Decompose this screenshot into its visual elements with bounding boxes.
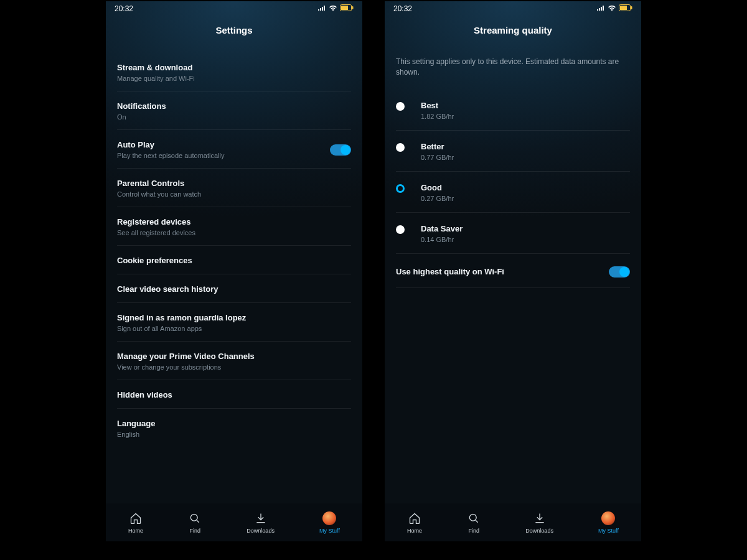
option-sub: 0.77 GB/hr bbox=[421, 154, 454, 161]
option-title: Data Saver bbox=[421, 224, 463, 233]
nav-downloads[interactable]: Downloads bbox=[247, 511, 275, 534]
option-title: Better bbox=[421, 142, 454, 151]
wifi-icon bbox=[608, 4, 616, 13]
svg-rect-1 bbox=[341, 6, 348, 10]
row-title: Cookie preferences bbox=[117, 256, 192, 265]
svg-rect-5 bbox=[620, 6, 627, 10]
quality-option-better[interactable]: Better 0.77 GB/hr bbox=[396, 131, 630, 172]
row-cookie-preferences[interactable]: Cookie preferences bbox=[117, 246, 351, 274]
row-language[interactable]: Language English bbox=[117, 409, 351, 447]
bottom-nav: Home Find Downloads My Stuff bbox=[385, 503, 641, 541]
nav-label: Downloads bbox=[525, 528, 553, 534]
quality-content: This setting applies only to this device… bbox=[385, 53, 641, 503]
nav-find[interactable]: Find bbox=[188, 511, 202, 534]
option-title: Good bbox=[421, 183, 454, 192]
row-title: Hidden videos bbox=[117, 390, 172, 399]
option-sub: 0.14 GB/hr bbox=[421, 236, 463, 243]
row-sub: Control what you can watch bbox=[117, 190, 201, 198]
option-sub: 1.82 GB/hr bbox=[421, 113, 454, 120]
wifi-quality-toggle[interactable] bbox=[609, 266, 630, 278]
row-sub: Play the next episode automatically bbox=[117, 152, 224, 159]
radio-icon bbox=[396, 102, 405, 111]
row-highest-quality-wifi[interactable]: Use highest quality on Wi-Fi bbox=[396, 254, 630, 288]
bottom-nav: Home Find Downloads My Stuff bbox=[106, 503, 362, 541]
nav-home[interactable]: Home bbox=[407, 511, 422, 534]
battery-icon bbox=[340, 4, 354, 13]
row-sub: See all registered devices bbox=[117, 229, 195, 236]
row-title: Signed in as ramon guardia lopez bbox=[117, 313, 246, 322]
nav-label: My Stuff bbox=[319, 528, 340, 534]
phone-streaming-quality: 20:32 Streaming quality This setting app… bbox=[385, 1, 641, 541]
status-bar: 20:32 bbox=[385, 1, 641, 16]
battery-icon bbox=[619, 4, 632, 13]
row-title: Parental Controls bbox=[117, 179, 201, 188]
signal-icon bbox=[317, 4, 326, 13]
svg-point-7 bbox=[470, 514, 477, 521]
home-icon bbox=[129, 511, 143, 525]
download-icon bbox=[254, 511, 268, 525]
signal-icon bbox=[596, 4, 605, 13]
row-title: Auto Play bbox=[117, 140, 224, 149]
row-stream-download[interactable]: Stream & download Manage quality and Wi-… bbox=[117, 53, 351, 91]
radio-icon bbox=[396, 225, 405, 234]
row-title: Language bbox=[117, 419, 155, 428]
row-sub: English bbox=[117, 431, 155, 438]
search-icon bbox=[467, 511, 481, 525]
status-icons bbox=[317, 4, 354, 13]
nav-label: Find bbox=[189, 528, 200, 534]
row-parental-controls[interactable]: Parental Controls Control what you can w… bbox=[117, 169, 351, 207]
radio-icon bbox=[396, 143, 405, 152]
quality-option-best[interactable]: Best 1.82 GB/hr bbox=[396, 90, 630, 131]
status-time: 20:32 bbox=[115, 4, 133, 13]
page-title: Settings bbox=[106, 16, 362, 53]
option-title: Best bbox=[421, 101, 454, 110]
row-clear-history[interactable]: Clear video search history bbox=[117, 274, 351, 303]
search-icon bbox=[188, 511, 202, 525]
quality-option-data-saver[interactable]: Data Saver 0.14 GB/hr bbox=[396, 213, 630, 254]
download-icon bbox=[533, 511, 547, 525]
auto-play-toggle[interactable] bbox=[330, 144, 351, 156]
svg-point-3 bbox=[191, 514, 198, 521]
status-icons bbox=[596, 4, 632, 13]
avatar-icon bbox=[601, 511, 615, 525]
row-title: Stream & download bbox=[117, 63, 195, 72]
quality-description: This setting applies only to this device… bbox=[396, 53, 630, 90]
option-sub: 0.27 GB/hr bbox=[421, 195, 454, 202]
row-hidden-videos[interactable]: Hidden videos bbox=[117, 380, 351, 409]
nav-find[interactable]: Find bbox=[467, 511, 481, 534]
phone-settings: 20:32 Settings Stream & download Manage … bbox=[106, 1, 362, 541]
row-title: Notifications bbox=[117, 101, 166, 111]
nav-my-stuff[interactable]: My Stuff bbox=[598, 511, 619, 534]
row-manage-channels[interactable]: Manage your Prime Video Channels View or… bbox=[117, 342, 351, 380]
nav-home[interactable]: Home bbox=[128, 511, 143, 534]
row-title: Clear video search history bbox=[117, 284, 218, 294]
nav-label: Home bbox=[128, 528, 143, 534]
row-sub: On bbox=[117, 113, 166, 121]
nav-label: Find bbox=[468, 528, 479, 534]
nav-label: Downloads bbox=[247, 528, 275, 534]
settings-list: Stream & download Manage quality and Wi-… bbox=[106, 53, 362, 503]
home-icon bbox=[408, 511, 421, 525]
radio-icon-selected bbox=[396, 184, 405, 193]
nav-label: My Stuff bbox=[598, 528, 619, 534]
status-time: 20:32 bbox=[393, 4, 412, 13]
page-title: Streaming quality bbox=[385, 16, 641, 53]
row-signed-in[interactable]: Signed in as ramon guardia lopez Sign ou… bbox=[117, 303, 351, 342]
svg-rect-6 bbox=[631, 6, 632, 9]
row-registered-devices[interactable]: Registered devices See all registered de… bbox=[117, 207, 351, 246]
nav-label: Home bbox=[407, 528, 422, 534]
row-sub: View or change your subscriptions bbox=[117, 363, 255, 371]
row-title: Registered devices bbox=[117, 217, 195, 226]
nav-my-stuff[interactable]: My Stuff bbox=[319, 511, 340, 534]
row-title: Manage your Prime Video Channels bbox=[117, 352, 255, 361]
quality-option-good[interactable]: Good 0.27 GB/hr bbox=[396, 172, 630, 213]
wifi-label: Use highest quality on Wi-Fi bbox=[396, 267, 504, 276]
row-sub: Manage quality and Wi-Fi bbox=[117, 75, 195, 82]
avatar-icon bbox=[322, 511, 336, 525]
row-sub: Sign out of all Amazon apps bbox=[117, 325, 246, 332]
status-bar: 20:32 bbox=[106, 1, 362, 16]
wifi-icon bbox=[329, 4, 337, 13]
row-auto-play[interactable]: Auto Play Play the next episode automati… bbox=[117, 130, 351, 169]
nav-downloads[interactable]: Downloads bbox=[525, 511, 553, 534]
row-notifications[interactable]: Notifications On bbox=[117, 91, 351, 130]
